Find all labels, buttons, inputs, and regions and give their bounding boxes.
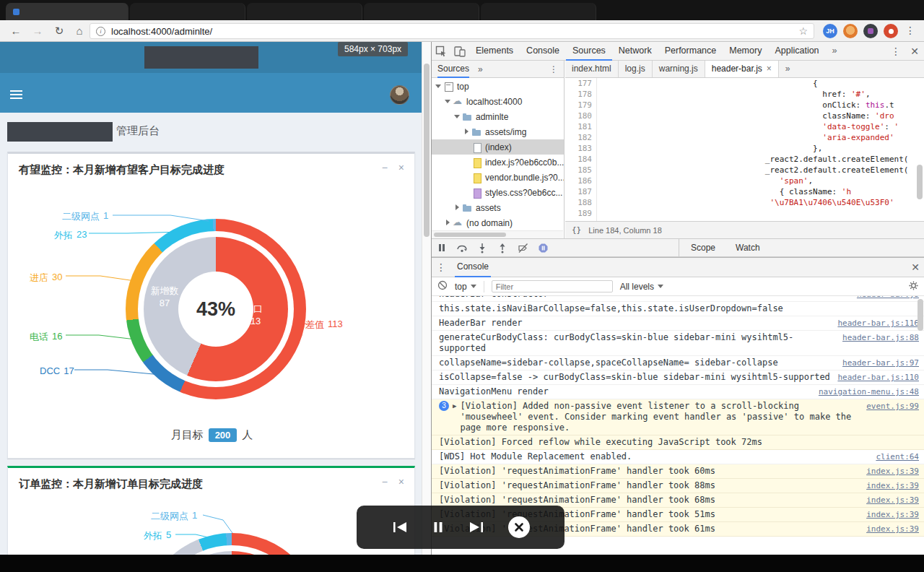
navigator-menu-icon[interactable]: ⋮ bbox=[549, 64, 558, 74]
address-bar[interactable]: i localhost:4000/adminlte/ ☆ bbox=[90, 23, 814, 39]
devtools-tab-network[interactable]: Network bbox=[612, 42, 658, 61]
source-link[interactable]: event.js:99 bbox=[866, 401, 919, 412]
tree-arrow-icon[interactable] bbox=[463, 173, 471, 181]
line-number[interactable]: 185 bbox=[565, 165, 592, 176]
navigator-tab-sources[interactable]: Sources bbox=[437, 61, 469, 78]
minimize-icon[interactable]: − bbox=[382, 162, 388, 173]
scrollbar-thumb[interactable] bbox=[424, 64, 430, 237]
devtools-menu-icon[interactable]: ⋮ bbox=[886, 42, 905, 61]
close-icon[interactable]: × bbox=[398, 162, 404, 173]
debugger-pause-icon[interactable] bbox=[432, 238, 452, 257]
pause-on-exceptions-icon[interactable] bbox=[533, 238, 553, 257]
code-editor[interactable]: 1771781791801811821831841851861871881891… bbox=[565, 78, 924, 221]
browser-menu-button[interactable]: ⋮ bbox=[905, 25, 915, 36]
more-tabs-icon[interactable]: » bbox=[826, 42, 844, 61]
inspect-element-icon[interactable] bbox=[432, 42, 450, 61]
browser-tab[interactable] bbox=[247, 3, 362, 20]
browser-tab[interactable] bbox=[6, 3, 128, 20]
line-number[interactable]: 178 bbox=[565, 89, 592, 100]
tree-item[interactable]: assets bbox=[432, 200, 564, 215]
tree-arrow-icon[interactable] bbox=[463, 143, 471, 151]
source-link[interactable]: index.js:39 bbox=[866, 509, 919, 520]
code-line[interactable]: _react2.default.createElement( bbox=[598, 165, 915, 176]
source-link[interactable]: index.js:39 bbox=[866, 524, 919, 534]
code-line[interactable]: }, bbox=[598, 143, 915, 154]
minimize-icon[interactable]: − bbox=[382, 477, 388, 487]
source-link[interactable]: navigation-menu.js:48 bbox=[819, 386, 919, 397]
line-number[interactable]: 179 bbox=[565, 100, 592, 110]
extension-jh-button[interactable]: JH bbox=[823, 24, 837, 38]
forward-button[interactable]: → bbox=[29, 22, 46, 40]
code-line[interactable]: { bbox=[598, 78, 915, 89]
log-level-selector[interactable]: All levels bbox=[620, 282, 663, 292]
code-line[interactable]: onClick: this.t bbox=[598, 100, 915, 110]
line-number[interactable]: 188 bbox=[565, 197, 592, 208]
tree-arrow-icon[interactable] bbox=[444, 219, 452, 227]
editor-tab[interactable]: header-bar.js× bbox=[705, 61, 779, 77]
scrollbar-thumb[interactable] bbox=[917, 165, 923, 199]
browser-tab[interactable] bbox=[481, 3, 596, 20]
tree-item[interactable]: (no domain) bbox=[432, 215, 564, 230]
navigator-more-icon[interactable]: » bbox=[478, 64, 483, 74]
devtools-tab-console[interactable]: Console bbox=[520, 42, 566, 61]
tree-item[interactable]: vendor.bundle.js?0... bbox=[432, 170, 564, 185]
clear-console-icon[interactable] bbox=[437, 280, 448, 292]
context-selector[interactable]: top bbox=[455, 282, 476, 292]
tree-item[interactable]: localhost:4000 bbox=[432, 94, 564, 109]
drawer-menu-icon[interactable]: ⋮ bbox=[432, 258, 450, 277]
tree-item[interactable]: assets/img bbox=[432, 124, 564, 139]
extension-button[interactable] bbox=[843, 24, 858, 38]
filter-input[interactable] bbox=[492, 280, 613, 292]
source-link[interactable]: index.js:39 bbox=[866, 466, 919, 477]
url-text[interactable]: localhost:4000/adminlte/ bbox=[111, 26, 798, 37]
devtools-close-icon[interactable]: ✕ bbox=[905, 42, 924, 61]
page-scrollbar[interactable] bbox=[422, 42, 431, 555]
devtools-tab-performance[interactable]: Performance bbox=[658, 42, 723, 61]
source-link[interactable]: client:64 bbox=[876, 451, 919, 462]
browser-tab[interactable] bbox=[364, 3, 479, 20]
console-tab[interactable]: Console bbox=[455, 257, 491, 277]
source-link[interactable]: header-bar.js:88 bbox=[842, 332, 919, 343]
step-over-icon[interactable] bbox=[452, 238, 472, 257]
source-link[interactable]: header-bar.js:116 bbox=[837, 318, 919, 329]
tree-item[interactable]: top bbox=[432, 79, 564, 94]
close-tab-icon[interactable]: × bbox=[767, 61, 772, 77]
tree-arrow-icon[interactable] bbox=[463, 128, 471, 136]
editor-tab[interactable]: warning.js bbox=[653, 61, 705, 77]
code-line[interactable]: { className: 'h bbox=[598, 186, 915, 197]
code-line[interactable]: _react2.default.createElement( bbox=[598, 154, 915, 165]
source-link[interactable]: header-bar.js:110 bbox=[837, 372, 919, 383]
source-link[interactable]: header-bar.js:97 bbox=[842, 358, 919, 368]
line-number[interactable]: 182 bbox=[565, 132, 592, 143]
tree-arrow-icon[interactable] bbox=[463, 158, 471, 166]
tree-arrow-icon[interactable] bbox=[435, 82, 443, 90]
devtools-tab-elements[interactable]: Elements bbox=[469, 42, 520, 61]
line-number[interactable]: 177 bbox=[565, 78, 592, 89]
code-gutter[interactable]: 1771781791801811821831841851861871881891… bbox=[565, 78, 597, 221]
line-number[interactable]: 189 bbox=[565, 208, 592, 219]
devtools-tab-application[interactable]: Application bbox=[768, 42, 825, 61]
tree-item[interactable]: index.js?0eb6cc0b... bbox=[432, 155, 564, 170]
overlay-close-icon[interactable] bbox=[508, 516, 530, 538]
source-link[interactable]: index.js:39 bbox=[866, 480, 919, 491]
tree-arrow-icon[interactable] bbox=[453, 204, 461, 212]
tree-item[interactable]: (index) bbox=[432, 139, 564, 155]
code-line[interactable]: 'data-toggle': ' bbox=[598, 121, 915, 132]
line-number[interactable]: 187 bbox=[565, 186, 592, 197]
page-info-icon[interactable]: i bbox=[96, 27, 105, 36]
navigator-hscrollbar[interactable] bbox=[432, 230, 563, 238]
device-toolbar-icon[interactable] bbox=[450, 42, 469, 61]
step-out-icon[interactable] bbox=[492, 238, 513, 257]
source-link[interactable]: header-bar.js bbox=[857, 296, 919, 300]
user-avatar[interactable] bbox=[390, 85, 409, 105]
tree-arrow-icon[interactable] bbox=[444, 98, 452, 105]
devtools-tab-memory[interactable]: Memory bbox=[723, 42, 768, 61]
console-settings-icon[interactable] bbox=[908, 280, 919, 293]
more-editor-tabs-icon[interactable]: » bbox=[779, 61, 797, 77]
previous-track-icon[interactable] bbox=[391, 521, 409, 534]
browser-tab[interactable] bbox=[130, 3, 245, 20]
watch-tab[interactable]: Watch bbox=[736, 243, 760, 253]
tree-arrow-icon[interactable] bbox=[463, 188, 471, 196]
extension-button[interactable] bbox=[884, 24, 898, 38]
media-pause-icon[interactable] bbox=[432, 521, 445, 534]
